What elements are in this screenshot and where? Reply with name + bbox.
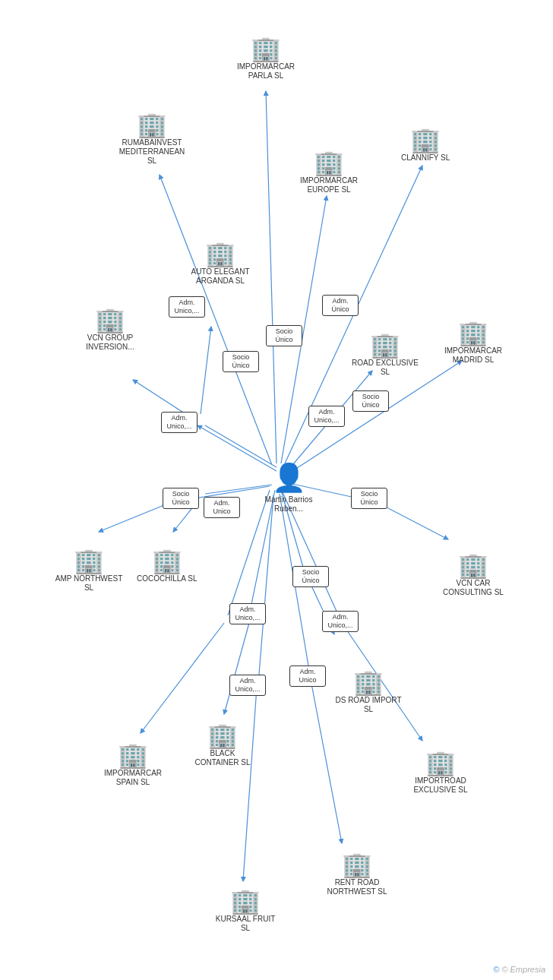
adm-unico-box-9[interactable]: Adm. Unico,... [229,675,266,696]
ds-road-import-icon: 🏢 [353,670,384,694]
socio-unico-box-5[interactable]: Socio Único [351,488,387,509]
vcn-car-consulting-icon: 🏢 [458,553,488,577]
black-container-icon: 🏢 [207,723,238,748]
clannify-node[interactable]: 🏢 CLANNIFY SL [401,128,450,163]
clannify-icon: 🏢 [410,128,441,152]
rumabainvest-node[interactable]: 🏢 RUMABAINVEST MEDITERRANEAN SL [118,112,186,166]
auto-elegant-label: AUTO ELEGANT ARGANDA SL [186,267,254,286]
impormarcar-madrid-icon: 🏢 [458,321,488,345]
impormarcar-spain-label: IMPORMARCAR SPAIN SL [99,769,167,787]
auto-elegant-node[interactable]: 🏢 AUTO ELEGANT ARGANDA SL [186,242,254,286]
impormarcar-parla-node[interactable]: 🏢 IMPORMARCAR PARLA SL [232,36,300,81]
svg-line-3 [201,327,211,414]
impormarcar-spain-icon: 🏢 [118,743,148,767]
svg-line-19 [224,623,249,714]
impormarcar-madrid-label: IMPORMARCAR MADRID SL [439,346,507,365]
socio-unico-box-4[interactable]: Socio Único [163,488,199,509]
road-exclusive-icon: 🏢 [370,333,400,357]
vcn-car-consulting-label: VCN CAR CONSULTING SL [439,579,507,597]
rent-road-northwest-icon: 🏢 [342,852,372,877]
watermark: © © Empresia [493,965,545,974]
rent-road-northwest-label: RENT ROAD NORTHWEST SL [323,878,391,896]
black-container-label: BLACK CONTAINER SL [188,749,257,767]
cocochilla-icon: 🏢 [152,548,182,573]
impormarcar-madrid-node[interactable]: 🏢 IMPORMARCAR MADRID SL [439,321,507,365]
rumabainvest-label: RUMABAINVEST MEDITERRANEAN SL [118,138,186,166]
vcn-car-consulting-node[interactable]: 🏢 VCN CAR CONSULTING SL [439,553,507,597]
person-icon: 👤 [272,462,306,494]
auto-elegant-icon: 🏢 [205,242,235,266]
kursaal-fruit-node[interactable]: 🏢 KURSAAL FRUIT SL [211,889,280,933]
importroad-exclusive-icon: 🏢 [425,751,456,775]
adm-unico-box-5[interactable]: Adm. Unico [204,497,240,518]
kursaal-fruit-label: KURSAAL FRUIT SL [211,915,280,933]
importroad-exclusive-label: IMPORTROAD EXCLUSIVE SL [406,776,475,795]
rent-road-northwest-node[interactable]: 🏢 RENT ROAD NORTHWEST SL [323,852,391,896]
cocochilla-node[interactable]: 🏢 COCOCHILLA SL [137,548,197,583]
svg-line-26 [258,495,273,684]
adm-unico-box-1[interactable]: Adm. Unico,... [169,296,205,318]
socio-unico-box-1[interactable]: Socio Único [266,325,302,346]
kursaal-fruit-icon: 🏢 [230,889,261,913]
svg-line-27 [243,688,257,881]
impormarcar-parla-label: IMPORMARCAR PARLA SL [232,62,300,81]
road-exclusive-node[interactable]: 🏢 ROAD EXCLUSIVE SL [351,333,419,377]
impormarcar-europe-label: IMPORMARCAR EUROPE SL [295,176,363,194]
adm-unico-box-4[interactable]: Adm. Único [322,295,359,316]
adm-unico-box-2[interactable]: Adm. Unico,... [161,412,198,433]
impormarcar-parla-icon: 🏢 [251,36,281,61]
svg-line-4 [266,91,276,463]
svg-line-24 [280,494,311,684]
amp-northwest-icon: 🏢 [74,548,104,573]
svg-line-21 [141,623,224,733]
socio-unico-box-3[interactable]: Socio Único [352,390,389,412]
vcn-group-node[interactable]: 🏢 VCN GROUP INVERSION... [76,308,144,352]
vcn-group-icon: 🏢 [95,308,125,332]
importroad-exclusive-node[interactable]: 🏢 IMPORTROAD EXCLUSIVE SL [406,751,475,795]
rumabainvest-icon: 🏢 [137,112,167,137]
adm-unico-box-3[interactable]: Adm. Unico,... [308,406,345,427]
clannify-label: CLANNIFY SL [401,153,450,163]
ds-road-import-label: DS ROAD IMPORT SL [334,696,403,714]
amp-northwest-node[interactable]: 🏢 AMP NORTHWEST SL [55,548,123,593]
vcn-group-label: VCN GROUP INVERSION... [76,334,144,352]
road-exclusive-label: ROAD EXCLUSIVE SL [351,359,419,377]
socio-unico-box-2[interactable]: Socio Único [223,351,259,372]
adm-unico-box-8[interactable]: Adm. Unico [289,665,326,687]
amp-northwest-label: AMP NORTHWEST SL [55,574,123,593]
adm-unico-box-7[interactable]: Adm. Unico,... [322,611,359,632]
person-label: Martín Barrios Ruben... [254,495,323,514]
svg-line-2 [205,425,276,467]
impormarcar-europe-icon: 🏢 [314,150,344,175]
ds-road-import-node[interactable]: 🏢 DS ROAD IMPORT SL [334,670,403,714]
cocochilla-label: COCOCHILLA SL [137,574,197,583]
black-container-node[interactable]: 🏢 BLACK CONTAINER SL [188,723,257,767]
impormarcar-europe-node[interactable]: 🏢 IMPORMARCAR EUROPE SL [295,150,363,194]
adm-unico-box-6[interactable]: Adm. Unico,... [229,603,266,624]
network-canvas: 👤 Martín Barrios Ruben... 🏢 VCN GROUP IN… [0,0,553,980]
person-node[interactable]: 👤 Martín Barrios Ruben... [254,462,323,514]
socio-unico-box-6[interactable]: Socio Único [292,566,329,587]
impormarcar-spain-node[interactable]: 🏢 IMPORMARCAR SPAIN SL [99,743,167,787]
